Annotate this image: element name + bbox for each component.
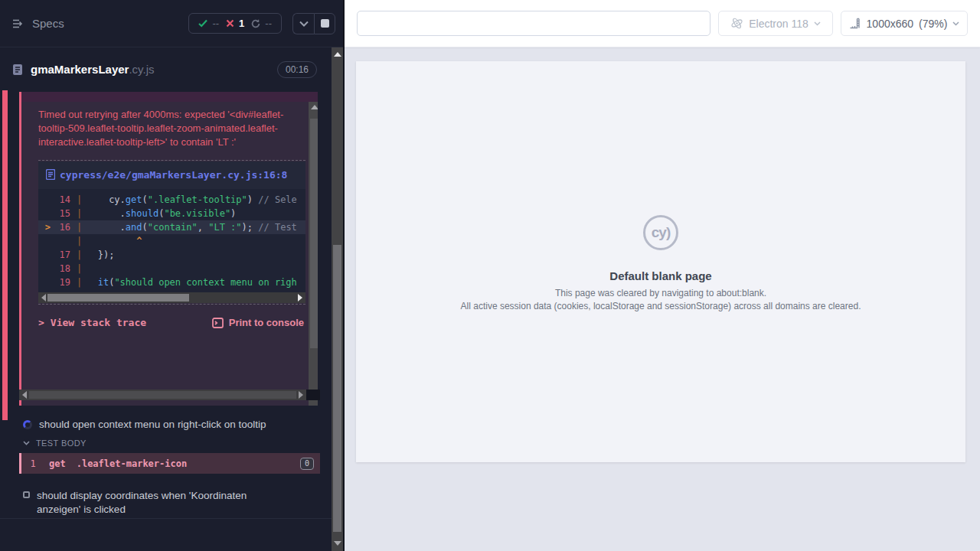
scrollbar-thumb[interactable] (310, 119, 318, 348)
scrollbar-thumb[interactable] (29, 391, 296, 399)
running-spinner-icon (23, 420, 32, 429)
error-panel-top-band (21, 92, 318, 102)
spec-row[interactable]: gmaMarkersLayer.cy.js 00:16 (0, 47, 343, 91)
chevron-down-icon (299, 21, 309, 27)
command-count-badge: 0 (300, 458, 314, 470)
command-row[interactable]: 1 get .leaflet-marker-icon 0 (19, 453, 320, 474)
code-line: >16| .and("contain", "LT :"); // Test (38, 220, 305, 234)
reporter-vertical-scrollbar[interactable] (332, 47, 343, 551)
scroll-left-arrow-icon[interactable] (41, 294, 46, 302)
scroll-down-arrow-icon[interactable] (334, 541, 341, 546)
command-number: 1 (21, 458, 44, 469)
code-horizontal-scrollbar[interactable] (38, 292, 305, 303)
code-block: 14| cy.get(".leaflet-tooltip") // Sele 1… (38, 189, 305, 292)
scroll-left-arrow-icon[interactable] (22, 391, 27, 399)
scroll-up-arrow-icon[interactable] (311, 105, 318, 109)
test-title: should display coordinates when 'Koordin… (37, 489, 289, 517)
url-input[interactable] (357, 11, 710, 36)
stop-icon (321, 19, 329, 28)
code-line: 15| .should("be.visible") (38, 207, 305, 220)
chevron-down-icon (23, 441, 30, 445)
error-message: Timed out retrying after 4000ms: expecte… (21, 102, 318, 158)
scroll-right-arrow-icon[interactable] (299, 391, 303, 399)
spec-file-icon (12, 64, 23, 76)
test-running[interactable]: should open context menu on right-click … (0, 418, 332, 432)
console-icon (212, 318, 224, 328)
blank-page-line1: This page was cleared by navigating to a… (356, 288, 965, 298)
scrollbar-thumb[interactable] (47, 294, 189, 302)
chevron-down-icon (952, 21, 959, 26)
code-line: 14| cy.get(".leaflet-tooltip") // Sele (38, 193, 305, 207)
spec-name: gmaMarkersLayer.cy.js (31, 63, 154, 76)
error-panel: Timed out retrying after 4000ms: expecte… (19, 92, 318, 406)
stat-passed: -- (198, 18, 219, 29)
viewport-size-selector[interactable]: 1000x660 (79%) (841, 11, 968, 36)
test-pending[interactable]: should display coordinates when 'Koordin… (0, 489, 332, 517)
stage-background: cy) Default blank page This page was cle… (345, 47, 980, 551)
list-divider (0, 518, 332, 519)
code-line: 17| }); (38, 248, 305, 262)
scrollbar-corner (306, 390, 320, 400)
chevron-down-icon (814, 21, 821, 26)
reporter-horizontal-scrollbar[interactable] (19, 390, 306, 400)
stat-failed: 1 (226, 18, 244, 29)
code-line: 18| (38, 262, 305, 276)
stat-pending: -- (251, 18, 272, 29)
spec-timer: 00:16 (277, 61, 317, 78)
x-icon (226, 19, 234, 28)
error-vertical-scrollbar[interactable] (309, 102, 318, 406)
stop-button[interactable] (314, 13, 335, 34)
ruler-icon (849, 18, 861, 29)
aut-viewport: cy) Default blank page This page was cle… (356, 61, 965, 462)
print-to-console-button[interactable]: Print to console (212, 317, 304, 328)
blank-page-title: Default blank page (356, 269, 965, 282)
blank-page-line2: All active session data (cookies, localS… (356, 301, 965, 311)
check-icon (198, 19, 207, 28)
runner-pane: Electron 118 1000x660 (79%) cy) Default … (345, 0, 980, 551)
scroll-right-arrow-icon[interactable] (298, 294, 302, 302)
test-body-header[interactable]: TEST BODY (23, 439, 87, 448)
run-controls (292, 13, 335, 34)
code-frame: cypress/e2e/gmaMarkersLayer.cy.js:16:8 1… (38, 160, 305, 305)
failed-attempt-bar (2, 90, 8, 420)
specs-title: Specs (32, 17, 64, 30)
viewport-scale: (79%) (919, 18, 947, 30)
collapse-button[interactable] (292, 13, 314, 34)
scroll-up-arrow-icon[interactable] (334, 52, 341, 57)
command-target: .leaflet-marker-icon (77, 458, 188, 469)
pending-square-icon (23, 491, 30, 498)
test-stats: -- 1 -- (188, 13, 282, 34)
error-actions: > View stack trace Print to console (21, 305, 318, 328)
cypress-sidebar: Specs -- 1 -- (0, 0, 345, 551)
view-stack-trace-link[interactable]: View stack trace (51, 317, 146, 328)
code-line: 19| it("should open context menu on righ (38, 276, 305, 289)
code-file-icon (46, 169, 55, 180)
stack-chevron-icon: > (38, 317, 44, 328)
specs-header: Specs -- 1 -- (0, 0, 343, 47)
blank-page-message: cy) Default blank page This page was cle… (356, 215, 965, 311)
code-line: | ^ (38, 234, 305, 248)
test-title: should open context menu on right-click … (39, 418, 266, 432)
command-method: get (49, 458, 66, 469)
cypress-logo: cy) (643, 215, 678, 250)
code-frame-file-link[interactable]: cypress/e2e/gmaMarkersLayer.cy.js:16:8 (38, 161, 305, 189)
spec-extension: .cy.js (129, 63, 154, 76)
browser-name: Electron 118 (749, 18, 808, 30)
url-bar: Electron 118 1000x660 (79%) (345, 0, 980, 47)
specs-menu-icon[interactable] (12, 18, 24, 29)
scrollbar-thumb[interactable] (333, 245, 341, 532)
electron-icon (730, 17, 743, 30)
viewport-dimensions: 1000x660 (867, 18, 914, 30)
browser-selector[interactable]: Electron 118 (718, 11, 833, 36)
restart-icon (251, 19, 260, 28)
